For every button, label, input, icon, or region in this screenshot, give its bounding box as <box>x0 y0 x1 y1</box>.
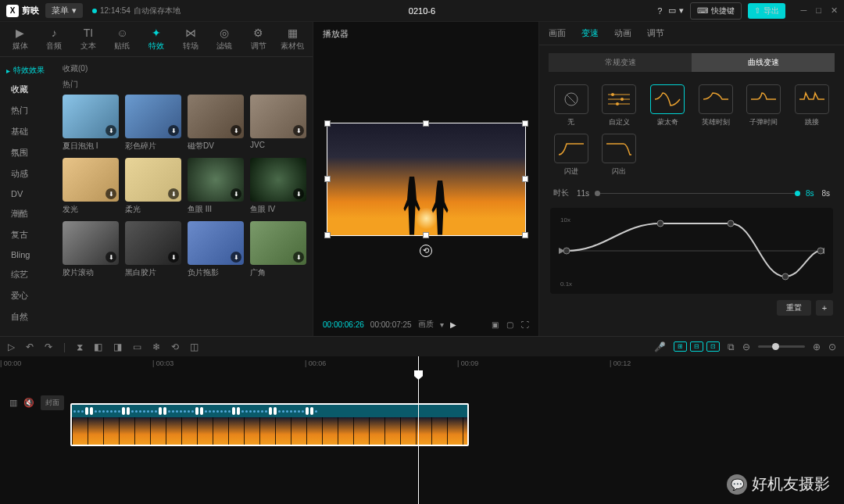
fullscreen-icon[interactable]: ⛶ <box>521 320 529 329</box>
speed-subtab[interactable]: 曲线变速 <box>692 53 835 72</box>
playhead[interactable] <box>418 356 419 504</box>
resize-handle[interactable] <box>324 176 331 182</box>
preset-自定义[interactable]: 自定义 <box>599 84 641 127</box>
maximize-icon[interactable]: □ <box>816 5 821 16</box>
reverse-icon[interactable]: ⟲ <box>171 341 179 352</box>
tab-转场[interactable]: ⋈转场 <box>173 22 208 56</box>
download-icon[interactable]: ⬇ <box>106 125 116 136</box>
right-tab[interactable]: 动画 <box>614 27 631 39</box>
crop-icon[interactable]: ◫ <box>190 341 198 352</box>
fx-item[interactable]: ⬇鱼眼 IV <box>250 158 306 215</box>
sidebar-item[interactable]: 自然 <box>0 306 55 327</box>
preset-闪进[interactable]: 闪进 <box>550 134 592 177</box>
resize-handle[interactable] <box>423 232 429 238</box>
slip-icon[interactable]: ▭ <box>133 341 141 352</box>
download-icon[interactable]: ⬇ <box>231 252 241 263</box>
fx-item[interactable]: ⬇发光 <box>63 158 119 215</box>
right-tab[interactable]: 调节 <box>647 27 664 39</box>
download-icon[interactable]: ⬇ <box>293 188 304 199</box>
undo-icon[interactable]: ↶ <box>26 341 34 352</box>
fx-item[interactable]: ⬇彩色碎片 <box>125 95 181 152</box>
sidebar-item[interactable]: 氛围 <box>0 142 55 163</box>
original-icon[interactable]: ▢ <box>506 320 513 329</box>
download-icon[interactable]: ⬇ <box>168 125 179 136</box>
preset-无[interactable]: 无 <box>550 84 592 127</box>
preview-canvas[interactable]: ⟲ <box>327 123 526 236</box>
download-icon[interactable]: ⬇ <box>168 252 179 263</box>
reset-button[interactable]: 重置 <box>777 300 811 316</box>
minimize-icon[interactable]: ─ <box>801 5 807 16</box>
help-icon[interactable]: ? <box>657 6 662 16</box>
resize-handle[interactable] <box>423 120 429 127</box>
delete-right-icon[interactable]: ◨ <box>113 341 122 352</box>
snapshot-icon[interactable]: ▣ <box>492 320 499 329</box>
zoom-in-icon[interactable]: ⊕ <box>813 341 821 352</box>
download-icon[interactable]: ⬇ <box>293 252 304 263</box>
close-icon[interactable]: ✕ <box>831 5 838 16</box>
zoom-fit-icon[interactable]: ⊙ <box>828 341 836 352</box>
split-icon[interactable]: ⧗ <box>77 341 83 352</box>
rotate-handle[interactable]: ⟲ <box>420 245 432 257</box>
tab-文本[interactable]: TI文本 <box>71 22 106 56</box>
sidebar-item[interactable]: 复古 <box>0 224 55 245</box>
fx-item[interactable]: ⬇磁带DV <box>188 95 244 152</box>
download-icon[interactable]: ⬇ <box>106 188 116 199</box>
curve-editor[interactable]: 10x 0.1x <box>550 208 833 294</box>
tab-贴纸[interactable]: ☺贴纸 <box>106 22 140 56</box>
fx-item[interactable]: ⬇负片拖影 <box>188 221 244 278</box>
fx-item[interactable]: ⬇广角 <box>250 221 306 278</box>
preset-跳接[interactable]: 跳接 <box>791 84 833 127</box>
right-tab[interactable]: 变速 <box>581 27 599 39</box>
sidebar-item[interactable]: 收藏 <box>0 79 55 100</box>
mute-icon[interactable]: ▥ <box>9 398 17 408</box>
fx-item[interactable]: ⬇鱼眼 III <box>188 158 244 215</box>
sidebar-item[interactable]: 基础 <box>0 121 55 142</box>
resize-handle[interactable] <box>522 120 528 127</box>
download-icon[interactable]: ⬇ <box>231 125 241 136</box>
cover-button[interactable]: 封面 <box>41 395 64 410</box>
snap-button[interactable]: ⊞ <box>674 341 687 352</box>
menu-button[interactable]: 菜单 ▾ <box>45 3 83 18</box>
sidebar-item[interactable]: 爱心 <box>0 285 55 306</box>
resize-handle[interactable] <box>324 120 331 127</box>
mic-icon[interactable]: 🎤 <box>654 341 666 352</box>
fx-item[interactable]: ⬇黑白胶片 <box>125 221 181 278</box>
preset-闪出[interactable]: 闪出 <box>599 134 641 177</box>
export-button[interactable]: ⇧ 导出 <box>748 3 785 19</box>
snap-button[interactable]: ⊟ <box>690 341 703 352</box>
right-tab[interactable]: 画面 <box>549 27 566 39</box>
link-icon[interactable]: ⧉ <box>728 341 735 352</box>
tab-特效[interactable]: ✦特效 <box>139 22 173 56</box>
lock-icon[interactable]: 🔇 <box>23 398 34 408</box>
delete-left-icon[interactable]: ◧ <box>94 341 102 352</box>
resize-handle[interactable] <box>324 232 331 238</box>
tab-滤镜[interactable]: ◎滤镜 <box>207 22 241 56</box>
tab-媒体[interactable]: ▶媒体 <box>3 22 38 56</box>
fx-item[interactable]: ⬇夏日泡泡 I <box>63 95 119 152</box>
sidebar-item[interactable]: DV <box>0 184 55 203</box>
download-icon[interactable]: ⬇ <box>168 188 179 199</box>
download-icon[interactable]: ⬇ <box>106 252 116 263</box>
preset-蒙太奇[interactable]: 蒙太奇 <box>646 84 688 127</box>
freeze-icon[interactable]: ❄ <box>152 341 160 352</box>
tab-素材包[interactable]: ▦素材包 <box>276 22 310 56</box>
zoom-out-icon[interactable]: ⊖ <box>742 341 750 352</box>
sidebar-item[interactable]: Bling <box>0 245 55 264</box>
zoom-slider[interactable] <box>758 345 805 348</box>
fx-item[interactable]: ⬇柔光 <box>125 158 181 215</box>
resize-handle[interactable] <box>522 176 528 182</box>
select-tool-icon[interactable]: ▷ <box>8 341 15 352</box>
shortcut-button[interactable]: ⌨ 快捷键 <box>690 2 742 20</box>
fx-item[interactable]: ⬇JVC <box>250 95 306 152</box>
sidebar-item[interactable]: 综艺 <box>0 264 55 285</box>
preset-英雄时刻[interactable]: 英雄时刻 <box>695 84 737 127</box>
layout-icon[interactable]: ▭ ▾ <box>668 5 683 16</box>
speed-subtab[interactable]: 常规变速 <box>549 53 692 72</box>
redo-icon[interactable]: ↷ <box>45 341 52 352</box>
resize-handle[interactable] <box>522 232 528 238</box>
tab-调节[interactable]: ⚙调节 <box>241 22 276 56</box>
download-icon[interactable]: ⬇ <box>293 125 304 136</box>
download-icon[interactable]: ⬇ <box>231 188 241 199</box>
play-icon[interactable]: ▶ <box>450 320 456 329</box>
video-clip[interactable] <box>70 403 469 446</box>
